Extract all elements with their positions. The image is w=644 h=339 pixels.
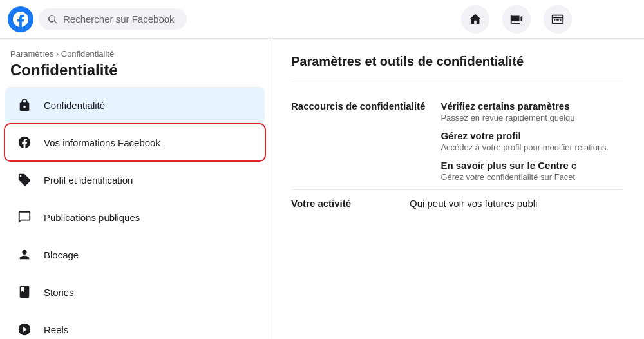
activity-desc: Qui peut voir vos futures publi [410, 198, 537, 209]
facebook-logo-icon [13, 12, 28, 27]
sidebar-item-blocage-label: Blocage [44, 249, 79, 260]
right-title: Paramètres et outils de confidentialité [291, 54, 623, 69]
raccourcis-item-1-title: Gérez votre profil [440, 130, 623, 141]
book-icon-container [13, 280, 36, 304]
facebook-circle-icon-container [13, 131, 36, 154]
sidebar-item-vos-informations-label: Vos informations Facebook [44, 137, 160, 148]
sidebar-item-profil-label: Profil et identification [44, 175, 133, 186]
lock-icon-container [13, 93, 36, 117]
sidebar-item-blocage[interactable]: Blocage [5, 237, 265, 273]
person-block-icon-container [13, 243, 36, 266]
raccourcis-section: Raccourcis de confidentialité Vérifiez c… [291, 93, 623, 190]
raccourcis-item-1: Gérez votre profil Accédez à votre profi… [440, 130, 623, 152]
sidebar-item-reels-label: Reels [44, 324, 68, 335]
play-circle-icon [17, 322, 32, 336]
tag-icon [17, 173, 32, 187]
raccourcis-label: Raccourcis de confidentialité [291, 101, 425, 182]
sidebar-item-vos-informations[interactable]: Vos informations Facebook [5, 124, 265, 160]
sidebar-item-confidentialite[interactable]: Confidentialité [5, 87, 265, 123]
home-nav-button[interactable] [461, 5, 489, 34]
facebook-circle-icon [17, 135, 32, 150]
sidebar-item-stories-label: Stories [44, 287, 74, 298]
raccourcis-item-2-desc: Gérez votre confidentialité sur Facet [440, 172, 623, 182]
play-circle-icon-container [13, 318, 36, 339]
activity-section: Votre activité Qui peut voir vos futures… [291, 190, 623, 217]
sidebar-title: Confidentialité [5, 61, 265, 79]
sidebar-item-reels[interactable]: Reels [5, 311, 265, 339]
book-icon [17, 285, 32, 299]
main-content: Paramètres › Confidentialité Confidentia… [0, 39, 644, 339]
video-nav-button[interactable] [502, 5, 531, 34]
raccourcis-items: Vérifiez certains paramètres Passez en r… [440, 101, 623, 182]
video-icon [509, 12, 524, 26]
top-divider [291, 82, 623, 82]
raccourcis-item-0-desc: Passez en revue rapidement quelqu [440, 113, 623, 122]
sidebar-item-publications[interactable]: Publications publiques [5, 199, 265, 235]
nav-icons [461, 5, 572, 34]
sidebar-item-stories[interactable]: Stories [5, 274, 265, 310]
top-nav [0, 0, 644, 39]
raccourcis-item-1-desc: Accédez à votre profil pour modifier rel… [440, 142, 623, 152]
activity-label: Votre activité [291, 198, 394, 209]
facebook-logo[interactable] [8, 6, 33, 32]
raccourcis-item-0-title: Vérifiez certains paramètres [440, 101, 623, 111]
raccourcis-item-2: En savoir plus sur le Centre c Gérez vot… [440, 160, 623, 182]
lock-icon [17, 98, 32, 112]
home-icon [468, 12, 482, 26]
raccourcis-item-2-title: En savoir plus sur le Centre c [440, 160, 623, 171]
search-bar[interactable] [39, 8, 187, 30]
sidebar: Paramètres › Confidentialité Confidentia… [0, 39, 270, 339]
sidebar-item-profil[interactable]: Profil et identification [5, 162, 265, 198]
marketplace-nav-button[interactable] [544, 5, 572, 34]
marketplace-icon [551, 12, 565, 26]
chat-icon-container [13, 206, 36, 229]
person-block-icon [17, 247, 32, 262]
right-content: Paramètres et outils de confidentialité … [270, 39, 644, 339]
search-icon [48, 14, 58, 24]
raccourcis-item-0: Vérifiez certains paramètres Passez en r… [440, 101, 623, 122]
sidebar-item-publications-label: Publications publiques [44, 212, 140, 223]
search-input[interactable] [63, 14, 178, 24]
sidebar-item-confidentialite-label: Confidentialité [44, 100, 105, 111]
chat-icon [17, 210, 32, 224]
tag-icon-container [13, 168, 36, 191]
breadcrumb: Paramètres › Confidentialité [5, 49, 265, 59]
